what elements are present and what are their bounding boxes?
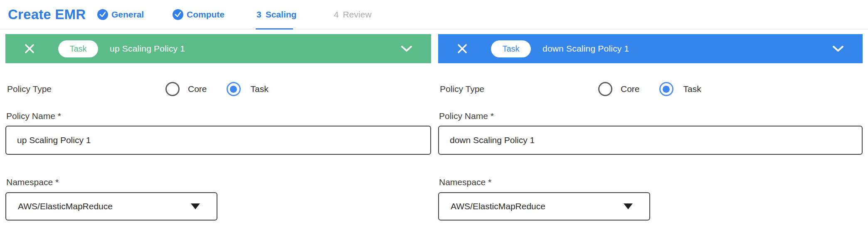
policy-name-label: Policy Name *: [439, 111, 863, 121]
radio-dot: [230, 86, 237, 93]
policy-type-label: Policy Type: [7, 84, 52, 94]
policy-type-radio-group: Core Task: [598, 82, 701, 96]
step-number: 3: [256, 10, 261, 20]
panel-header-up[interactable]: Task up Scaling Policy 1: [5, 34, 431, 63]
check-circle-icon: [97, 9, 108, 20]
radio-core[interactable]: [598, 82, 612, 96]
policy-name-field: Policy Name *: [5, 111, 431, 155]
scaling-policy-panel-up: Task up Scaling Policy 1 Policy Type Cor…: [5, 34, 431, 221]
wizard-header: Create EMR General Compute 3 Scaling 4 R…: [0, 0, 868, 30]
radio-task-label: Task: [251, 84, 269, 94]
namespace-label: Namespace *: [6, 177, 431, 187]
policy-type-radio-group: Core Task: [165, 82, 269, 96]
radio-task-label: Task: [683, 84, 701, 94]
policy-name-label: Policy Name *: [6, 111, 431, 121]
check-circle-icon: [173, 9, 183, 20]
task-badge: Task: [58, 40, 98, 57]
policy-type-row: Policy Type Core Task: [438, 82, 863, 96]
namespace-field: Namespace * AWS/ElasticMapReduce: [5, 177, 431, 221]
policy-type-label: Policy Type: [440, 84, 484, 94]
panel-body: Policy Type Core Task Policy Name * Name…: [438, 63, 863, 221]
dropdown-arrow-icon: [624, 203, 633, 209]
page-title: Create EMR: [8, 0, 86, 29]
namespace-selected-value: AWS/ElasticMapReduce: [451, 201, 624, 211]
radio-core-label: Core: [188, 84, 207, 94]
step-compute[interactable]: Compute: [173, 0, 224, 29]
radio-core-label: Core: [621, 84, 640, 94]
step-general[interactable]: General: [97, 0, 144, 29]
radio-core[interactable]: [165, 82, 180, 96]
step-number: 4: [334, 10, 339, 20]
close-icon[interactable]: [457, 43, 468, 54]
radio-dot: [663, 86, 670, 93]
namespace-select[interactable]: AWS/ElasticMapReduce: [438, 192, 650, 221]
panel-title: up Scaling Policy 1: [110, 44, 185, 54]
step-label: General: [111, 10, 144, 20]
namespace-field: Namespace * AWS/ElasticMapReduce: [438, 177, 863, 221]
close-icon[interactable]: [24, 43, 35, 54]
active-step-underline: [256, 28, 293, 30]
panel-title: down Scaling Policy 1: [542, 44, 629, 54]
step-review[interactable]: 4 Review: [334, 0, 372, 29]
radio-task[interactable]: [659, 82, 673, 96]
step-label: Review: [343, 10, 372, 20]
policy-name-input[interactable]: [5, 126, 431, 155]
dropdown-arrow-icon: [191, 203, 200, 209]
namespace-label: Namespace *: [439, 177, 863, 187]
namespace-selected-value: AWS/ElasticMapReduce: [18, 201, 191, 211]
header-divider: [0, 29, 868, 30]
policy-type-row: Policy Type Core Task: [5, 82, 431, 96]
policy-name-input[interactable]: [438, 126, 863, 155]
panel-body: Policy Type Core Task Policy Name * Name…: [5, 63, 431, 221]
step-label: Scaling: [266, 10, 297, 20]
step-scaling-active[interactable]: 3 Scaling: [256, 0, 296, 29]
step-label: Compute: [187, 10, 224, 20]
policy-name-field: Policy Name *: [438, 111, 863, 155]
scaling-policy-panel-down: Task down Scaling Policy 1 Policy Type C…: [438, 34, 863, 221]
radio-task[interactable]: [227, 82, 241, 96]
chevron-down-icon[interactable]: [832, 45, 844, 52]
task-badge: Task: [491, 40, 531, 57]
panel-header-down[interactable]: Task down Scaling Policy 1: [438, 34, 863, 63]
chevron-down-icon[interactable]: [401, 45, 412, 52]
namespace-select[interactable]: AWS/ElasticMapReduce: [5, 192, 217, 221]
